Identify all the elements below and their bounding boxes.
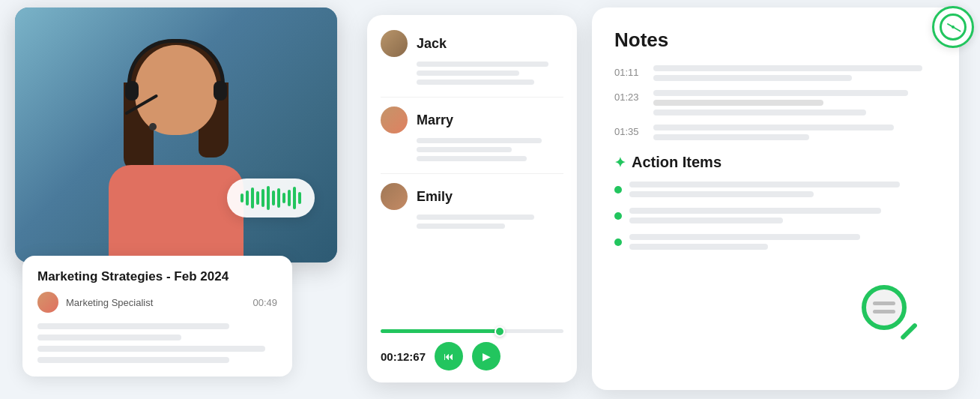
headset-ear-left bbox=[125, 81, 139, 100]
wave-bar bbox=[246, 190, 249, 206]
clock-badge bbox=[932, 6, 974, 48]
meeting-host-row: Marketing Specialist 00:49 bbox=[37, 292, 277, 313]
speaker-line bbox=[417, 224, 505, 229]
speaker-item-jack: Jack bbox=[381, 30, 563, 57]
note-lines bbox=[653, 65, 937, 81]
action-lines bbox=[629, 208, 937, 224]
action-items-header: ✦ Action Items bbox=[614, 154, 937, 171]
notes-title: Notes bbox=[614, 28, 937, 52]
note-timestamp: 01:23 bbox=[614, 90, 641, 103]
speaker-line bbox=[417, 214, 534, 220]
note-line bbox=[653, 75, 852, 81]
magnify-line bbox=[873, 310, 895, 314]
speaker-item-marry: Marry bbox=[381, 106, 563, 134]
headset-band bbox=[127, 39, 225, 84]
wave-bar bbox=[272, 190, 275, 206]
emily-lines bbox=[417, 214, 563, 229]
jack-avatar bbox=[381, 30, 408, 57]
headset-ear-right bbox=[214, 81, 227, 100]
rewind-button[interactable]: ⏮ bbox=[435, 342, 463, 370]
note-row: 01:11 bbox=[614, 65, 937, 81]
divider bbox=[381, 97, 563, 98]
note-row: 01:23 bbox=[614, 90, 937, 116]
speaker-line bbox=[417, 138, 542, 143]
action-item bbox=[614, 208, 937, 224]
action-line bbox=[629, 234, 860, 240]
magnify-line bbox=[873, 302, 895, 305]
sparkle-icon: ✦ bbox=[614, 154, 626, 171]
note-line bbox=[653, 100, 823, 106]
wave-bar bbox=[251, 188, 254, 208]
action-line bbox=[629, 191, 814, 197]
video-panel bbox=[15, 8, 337, 262]
magnify-circle bbox=[862, 285, 907, 330]
card-line bbox=[37, 357, 229, 363]
note-row: 01:35 bbox=[614, 124, 937, 140]
progress-track[interactable] bbox=[381, 329, 563, 333]
action-item bbox=[614, 182, 937, 197]
clock-center-dot bbox=[952, 26, 955, 28]
action-line bbox=[629, 182, 900, 188]
wave-bar bbox=[282, 193, 285, 203]
jack-lines bbox=[417, 62, 563, 85]
wave-bar bbox=[241, 194, 244, 202]
progress-fill bbox=[381, 329, 500, 333]
card-line bbox=[37, 346, 265, 352]
clock-face bbox=[940, 14, 967, 40]
meeting-title: Marketing Strategies - Feb 2024 bbox=[37, 269, 277, 284]
note-line bbox=[653, 124, 894, 130]
speaker-line bbox=[417, 147, 512, 152]
speaker-item-emily: Emily bbox=[381, 183, 563, 210]
jack-name: Jack bbox=[417, 36, 447, 52]
wave-bar bbox=[293, 187, 296, 209]
person-body bbox=[109, 165, 244, 262]
notes-panel: Notes 01:11 01:23 01:35 ✦ Action Items bbox=[592, 8, 959, 390]
current-time: 00:12:67 bbox=[381, 350, 426, 363]
magnify-handle bbox=[900, 322, 918, 340]
action-line bbox=[629, 218, 783, 224]
action-item bbox=[614, 234, 937, 250]
play-button[interactable]: ▶ bbox=[472, 342, 500, 370]
wave-bar bbox=[261, 189, 264, 207]
wave-bar bbox=[267, 186, 270, 210]
wave-bar bbox=[298, 192, 301, 204]
speaker-line bbox=[417, 156, 527, 161]
person-silhouette bbox=[71, 30, 281, 262]
magnify-overlay bbox=[862, 285, 922, 345]
emily-name: Emily bbox=[417, 189, 453, 205]
action-line bbox=[629, 244, 768, 250]
host-name: Marketing Specialist bbox=[66, 297, 245, 308]
meeting-card: Marketing Strategies - Feb 2024 Marketin… bbox=[22, 256, 292, 376]
speaker-line bbox=[417, 80, 534, 85]
divider bbox=[381, 173, 563, 174]
progress-area: 00:12:67 ⏮ ▶ bbox=[381, 320, 563, 370]
player-controls: 00:12:67 ⏮ ▶ bbox=[381, 342, 563, 370]
marry-name: Marry bbox=[417, 112, 453, 128]
note-timestamp: 01:11 bbox=[614, 65, 641, 78]
note-line bbox=[653, 134, 809, 140]
marry-lines bbox=[417, 138, 563, 161]
note-line bbox=[653, 90, 908, 96]
bullet-dot bbox=[614, 212, 622, 220]
bullet-dot bbox=[614, 238, 622, 246]
speaker-line bbox=[417, 70, 519, 76]
action-items-title: Action Items bbox=[632, 154, 722, 171]
wave-bar bbox=[277, 188, 280, 208]
waveform-bubble bbox=[227, 178, 315, 218]
action-lines bbox=[629, 234, 937, 250]
wave-bar bbox=[288, 190, 291, 206]
note-line bbox=[653, 65, 922, 71]
wave-bar bbox=[256, 191, 259, 205]
card-line bbox=[37, 334, 181, 340]
clock-circle bbox=[940, 14, 967, 40]
host-avatar bbox=[37, 292, 58, 313]
mic-tip bbox=[149, 123, 157, 130]
marry-avatar bbox=[381, 106, 408, 134]
note-timestamp: 01:35 bbox=[614, 124, 641, 137]
note-lines bbox=[653, 90, 937, 116]
action-lines bbox=[629, 182, 937, 197]
transcript-panel: Jack Marry Emily 00:12:67 ⏮ ▶ bbox=[367, 15, 577, 382]
card-line bbox=[37, 323, 229, 329]
action-line bbox=[629, 208, 881, 214]
card-lines bbox=[37, 323, 277, 363]
